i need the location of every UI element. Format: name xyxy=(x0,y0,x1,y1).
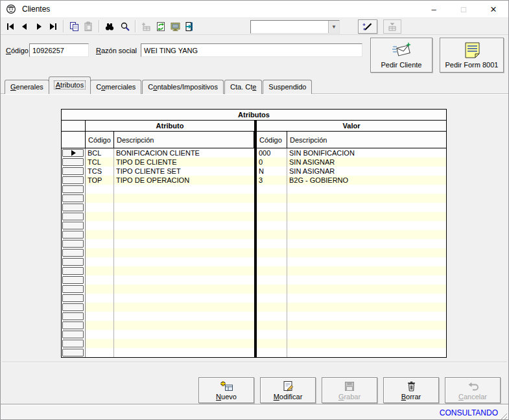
pedir-cliente-label: Pedir Cliente xyxy=(381,61,422,69)
row-selector[interactable] xyxy=(62,330,86,339)
tab-cta-cte[interactable]: Cta. Cte xyxy=(224,80,262,94)
row-selector[interactable] xyxy=(62,167,86,176)
row-selector[interactable] xyxy=(62,185,86,194)
copy-icon xyxy=(69,21,79,32)
cell-val-descripcion: SIN BONIFICACION xyxy=(287,148,446,158)
table-row[interactable] xyxy=(62,321,446,330)
row-selector[interactable] xyxy=(62,176,86,185)
table-row[interactable] xyxy=(62,285,446,294)
cell-val-codigo: N xyxy=(257,167,287,176)
row-selector[interactable] xyxy=(62,239,86,248)
next-record-button[interactable] xyxy=(32,19,46,34)
row-selector[interactable] xyxy=(62,221,86,230)
row-selector[interactable] xyxy=(62,230,86,239)
new-record-icon xyxy=(220,380,233,392)
table-view-icon xyxy=(387,21,397,32)
row-selector[interactable] xyxy=(62,275,86,285)
grabar-button[interactable]: Grabar xyxy=(322,377,377,403)
row-selector[interactable] xyxy=(62,248,86,257)
table-row[interactable] xyxy=(62,348,446,357)
cell-val-descripcion xyxy=(287,285,446,294)
tab-label: Contables/Impositivos xyxy=(148,83,218,91)
copy-button[interactable] xyxy=(67,19,81,34)
tab-comerciales[interactable]: Comerciales xyxy=(90,80,141,94)
table-row[interactable] xyxy=(62,248,446,257)
codigo-input[interactable] xyxy=(29,43,89,57)
cell-val-codigo xyxy=(257,257,287,266)
row-selector[interactable] xyxy=(62,148,86,158)
row-selector[interactable] xyxy=(62,285,86,294)
table-row[interactable]: BCLBONIFICACION CLIENTE000SIN BONIFICACI… xyxy=(62,148,446,158)
add-record-button[interactable] xyxy=(139,19,153,34)
monitor-button[interactable] xyxy=(168,19,182,34)
table-row[interactable] xyxy=(62,303,446,312)
table-row[interactable] xyxy=(62,212,446,221)
row-selector[interactable] xyxy=(62,312,86,321)
resize-grip-icon[interactable] xyxy=(499,411,508,420)
tab-label: Atributos xyxy=(54,81,85,89)
last-record-button[interactable] xyxy=(46,19,60,34)
table-row[interactable] xyxy=(62,257,446,266)
find-button[interactable] xyxy=(102,19,117,34)
pedir-form-8001-button[interactable]: Pedir Form 8001 xyxy=(440,38,504,73)
toolbar-combobox[interactable]: ▼ xyxy=(250,20,340,34)
cell-val-descripcion: SIN ASIGNAR xyxy=(287,158,446,167)
table-row[interactable]: TCLTIPO DE CLIENTE0SIN ASIGNAR xyxy=(62,158,446,167)
row-selector[interactable] xyxy=(62,203,86,212)
row-selector[interactable] xyxy=(62,321,86,330)
previous-record-button[interactable] xyxy=(18,19,32,34)
row-selector[interactable] xyxy=(62,212,86,221)
table-row[interactable] xyxy=(62,194,446,203)
borrar-button[interactable]: Borrar xyxy=(383,377,439,403)
table-row[interactable] xyxy=(62,221,446,230)
table-view-button[interactable] xyxy=(383,19,401,34)
pedir-cliente-button[interactable]: Pedir Cliente xyxy=(370,38,432,73)
nuevo-button[interactable]: Nuevo xyxy=(198,377,254,403)
table-row[interactable] xyxy=(62,230,446,239)
tab-label: Cta. Cte xyxy=(230,83,256,91)
table-row[interactable]: TOPTIPO DE OPERACION3B2G - GOBIERNO xyxy=(62,176,446,185)
table-row[interactable]: TCSTIPO CLIENTE SETNSIN ASIGNAR xyxy=(62,167,446,176)
table-row[interactable] xyxy=(62,275,446,285)
chevron-down-icon[interactable]: ▼ xyxy=(328,21,339,33)
action-label: Nuevo xyxy=(216,393,237,401)
close-button[interactable]: ✕ xyxy=(479,1,508,18)
table-row[interactable] xyxy=(62,294,446,303)
row-selector[interactable] xyxy=(62,257,86,266)
table-row[interactable] xyxy=(62,312,446,321)
row-selector[interactable] xyxy=(62,194,86,203)
zoom-button[interactable] xyxy=(118,19,132,34)
row-selector[interactable] xyxy=(62,348,86,357)
wand-button[interactable] xyxy=(358,19,377,34)
modificar-button[interactable]: Modificar xyxy=(260,377,316,403)
exit-button[interactable] xyxy=(182,19,196,34)
request-client-icon xyxy=(390,41,412,58)
paste-button[interactable] xyxy=(81,19,95,34)
table-row[interactable] xyxy=(62,185,446,194)
row-selector[interactable] xyxy=(62,266,86,275)
row-selector[interactable] xyxy=(62,158,86,167)
row-selector[interactable] xyxy=(62,294,86,303)
table-row[interactable] xyxy=(62,203,446,212)
cell-val-descripcion xyxy=(287,212,446,221)
table-row[interactable] xyxy=(62,266,446,275)
table-row[interactable] xyxy=(62,339,446,348)
tab-suspendido[interactable]: Suspendido xyxy=(263,80,312,94)
cell-attr-descripcion: BONIFICACION CLIENTE xyxy=(114,148,254,158)
table-row[interactable] xyxy=(62,239,446,248)
maximize-button[interactable]: □ xyxy=(449,1,479,18)
minimize-button[interactable]: – xyxy=(419,1,449,18)
row-selector[interactable] xyxy=(62,303,86,312)
cancelar-button[interactable]: Cancelar xyxy=(445,377,501,403)
tab-label: Comerciales xyxy=(96,83,136,91)
first-record-button[interactable] xyxy=(3,19,18,34)
row-selector[interactable] xyxy=(62,339,86,348)
toolbar-separator xyxy=(99,20,99,32)
toolbar-combobox-input[interactable] xyxy=(251,21,328,33)
razon-social-input[interactable] xyxy=(141,43,362,57)
tab-atributos[interactable]: Atributos xyxy=(49,76,91,94)
table-row[interactable] xyxy=(62,330,446,339)
tab-generales[interactable]: Generales xyxy=(5,80,49,94)
refresh-button[interactable] xyxy=(154,19,168,34)
tab-contables-impositivos[interactable]: Contables/Impositivos xyxy=(142,80,224,94)
